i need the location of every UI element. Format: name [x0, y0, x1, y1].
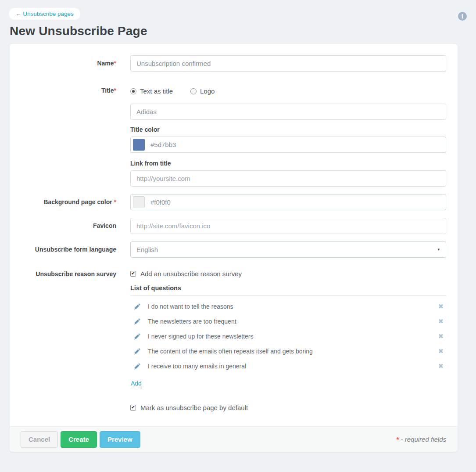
- cancel-button[interactable]: Cancel: [21, 431, 58, 448]
- link-from-title-input[interactable]: [130, 170, 446, 187]
- background-color-input[interactable]: [130, 194, 446, 210]
- list-divider: [130, 295, 446, 296]
- required-fields-note: * - required fields: [397, 436, 446, 443]
- language-label: Unsubscribe form language: [21, 241, 130, 258]
- remove-question-icon[interactable]: ✖: [438, 318, 444, 325]
- title-color-value-input[interactable]: [150, 141, 440, 148]
- edit-pencil-icon[interactable]: [134, 318, 141, 325]
- back-to-unsubscribe-pages-button[interactable]: ← Unsubscribe pages: [9, 8, 80, 20]
- question-row: I do not want to tell the reasons ✖: [130, 299, 446, 314]
- page-header: ← Unsubscribe pages i New Unsubscribe Pa…: [0, 0, 476, 38]
- remove-question-icon[interactable]: ✖: [438, 363, 444, 370]
- question-row: I never signed up for these newsletters …: [130, 329, 446, 344]
- create-button[interactable]: Create: [61, 431, 97, 448]
- edit-pencil-icon[interactable]: [134, 348, 141, 355]
- language-select[interactable]: English ▼: [130, 241, 446, 258]
- default-page-checkbox-label: Mark as unsubscribe page by default: [140, 404, 248, 411]
- question-text: The newsletters are too frequent: [148, 318, 438, 325]
- add-question-link[interactable]: Add: [131, 380, 142, 387]
- survey-label: Unsubscribe reason survey: [21, 266, 130, 411]
- title-color-swatch[interactable]: [133, 139, 145, 151]
- favicon-label: Favicon: [21, 218, 130, 234]
- title-type-radio-group: Text as title Logo: [130, 83, 446, 95]
- background-color-swatch[interactable]: [133, 196, 145, 208]
- edit-pencil-icon[interactable]: [134, 333, 141, 340]
- radio-logo[interactable]: Logo: [190, 87, 215, 95]
- preview-button[interactable]: Preview: [100, 431, 140, 448]
- page-title: New Unsubscribe Page: [10, 24, 466, 38]
- radio-text-as-title-circle[interactable]: [130, 88, 136, 94]
- question-text: I never signed up for these newsletters: [148, 333, 438, 340]
- default-page-checkbox[interactable]: ✔: [130, 405, 136, 411]
- background-color-value-input[interactable]: [150, 198, 440, 206]
- check-icon: ✔: [131, 405, 135, 410]
- survey-checkbox-row[interactable]: ✔ Add an unsubscribe reason survey: [130, 266, 446, 277]
- required-asterisk: *: [114, 198, 116, 205]
- title-color-input[interactable]: [130, 137, 446, 153]
- name-label: Name*: [21, 55, 130, 72]
- title-color-label: Title color: [130, 126, 446, 133]
- form-card: Name* Title* Text as title Logo: [10, 44, 458, 452]
- remove-question-icon[interactable]: ✖: [438, 303, 444, 310]
- required-asterisk: *: [114, 87, 116, 94]
- question-row: The content of the emails often repeats …: [130, 344, 446, 359]
- language-select-value: English: [136, 246, 437, 253]
- title-text-input[interactable]: [130, 104, 446, 120]
- form-footer: Cancel Create Preview * - required field…: [10, 426, 458, 452]
- question-text: I receive too many emails in general: [148, 363, 438, 370]
- question-text: The content of the emails often repeats …: [148, 348, 438, 355]
- list-of-questions-title: List of questions: [130, 285, 446, 292]
- favicon-input[interactable]: [130, 218, 446, 234]
- required-asterisk: *: [114, 60, 116, 67]
- chevron-down-icon: ▼: [437, 248, 440, 252]
- info-icon[interactable]: i: [458, 12, 467, 21]
- radio-logo-circle[interactable]: [190, 88, 197, 94]
- edit-pencil-icon[interactable]: [134, 303, 141, 310]
- check-icon: ✔: [131, 271, 135, 276]
- radio-logo-label: Logo: [200, 87, 215, 95]
- name-input[interactable]: [130, 55, 446, 72]
- question-row: I receive too many emails in general ✖: [130, 359, 446, 374]
- radio-text-as-title-label: Text as title: [140, 87, 173, 95]
- remove-question-icon[interactable]: ✖: [438, 348, 444, 355]
- title-label: Title*: [21, 83, 130, 187]
- background-page-color-label: Background page color *: [21, 194, 130, 210]
- remove-question-icon[interactable]: ✖: [438, 333, 444, 340]
- question-text: I do not want to tell the reasons: [148, 303, 438, 310]
- edit-pencil-icon[interactable]: [134, 363, 141, 370]
- radio-text-as-title[interactable]: Text as title: [130, 87, 173, 95]
- survey-checkbox-label: Add an unsubscribe reason survey: [140, 270, 242, 277]
- survey-checkbox[interactable]: ✔: [130, 271, 136, 277]
- question-row: The newsletters are too frequent ✖: [130, 314, 446, 329]
- default-page-checkbox-row[interactable]: ✔ Mark as unsubscribe page by default: [130, 400, 446, 411]
- link-from-title-label: Link from title: [130, 160, 446, 167]
